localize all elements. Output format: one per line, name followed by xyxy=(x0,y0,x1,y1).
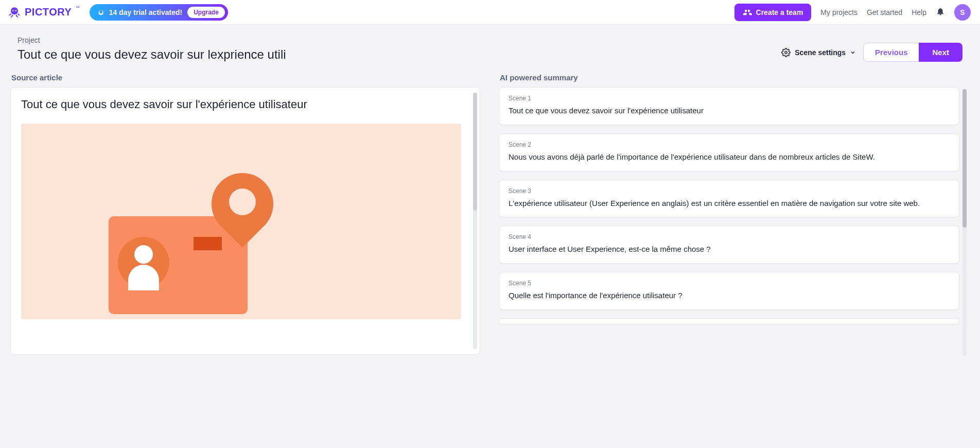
card-slot-shape xyxy=(194,237,222,250)
user-avatar[interactable]: S xyxy=(954,4,971,21)
scene-card-peek[interactable] xyxy=(499,318,959,324)
nav-button-group: Previous Next xyxy=(863,43,962,62)
chevron-down-icon xyxy=(850,49,856,56)
top-bar: PICTORY™ 14 day trial activated! Upgrade… xyxy=(0,0,980,25)
nav-help[interactable]: Help xyxy=(912,8,926,16)
team-icon xyxy=(743,8,752,17)
source-scrollbar[interactable] xyxy=(473,93,477,349)
scene-card[interactable]: Scene 4 User interface et User Experienc… xyxy=(499,226,959,264)
scene-text: Tout ce que vous devez savoir sur l'expé… xyxy=(509,105,950,116)
summary-scroll-area[interactable]: Scene 1 Tout ce que vous devez savoir su… xyxy=(499,87,969,359)
brand-name: PICTORY xyxy=(25,6,72,18)
scene-label: Scene 2 xyxy=(509,141,950,148)
brand-logo[interactable]: PICTORY™ xyxy=(7,5,80,20)
scene-card[interactable]: Scene 2 Nous vous avons déjà parlé de l'… xyxy=(499,133,959,171)
source-scrollbar-thumb[interactable] xyxy=(473,93,477,211)
source-heading: Source article xyxy=(11,73,480,82)
scene-label: Scene 1 xyxy=(509,95,950,102)
octopus-icon xyxy=(7,5,22,20)
article-title: Tout ce que vous devez savoir sur l'expé… xyxy=(21,98,469,111)
next-button[interactable]: Next xyxy=(919,43,962,62)
nav-my-projects[interactable]: My projects xyxy=(820,8,857,16)
svg-point-4 xyxy=(15,10,16,10)
gear-icon xyxy=(781,48,791,57)
scene-text: L'expérience utilisateur (User Experienc… xyxy=(509,198,950,209)
summary-scrollbar[interactable] xyxy=(962,89,967,356)
trial-banner: 14 day trial activated! Upgrade xyxy=(90,4,228,21)
nav-get-started[interactable]: Get started xyxy=(867,8,902,16)
scene-card[interactable]: Scene 1 Tout ce que vous devez savoir su… xyxy=(499,87,959,125)
article-illustration xyxy=(21,124,461,319)
scene-label: Scene 4 xyxy=(509,233,950,240)
trademark: ™ xyxy=(76,6,80,10)
main-columns: Source article Tout ce que vous devez sa… xyxy=(0,65,980,359)
project-header: Project Tout ce que vous devez savoir su… xyxy=(0,25,980,65)
person-avatar-shape xyxy=(118,237,169,288)
scene-card[interactable]: Scene 3 L'expérience utilisateur (User E… xyxy=(499,180,959,218)
scene-card[interactable]: Scene 5 Quelle est l'importance de l'exp… xyxy=(499,272,959,310)
previous-button[interactable]: Previous xyxy=(863,43,919,62)
svg-point-5 xyxy=(785,51,787,54)
scene-text: Nous vous avons déjà parlé de l'importan… xyxy=(509,151,950,163)
summary-scrollbar-thumb[interactable] xyxy=(962,89,967,228)
fire-icon xyxy=(97,9,104,16)
create-team-label: Create a team xyxy=(756,8,803,16)
svg-point-3 xyxy=(13,10,13,10)
scene-settings-label: Scene settings xyxy=(795,48,846,57)
summary-panel: Scene 1 Tout ce que vous devez savoir su… xyxy=(499,87,969,359)
upgrade-button[interactable]: Upgrade xyxy=(187,7,225,18)
create-team-button[interactable]: Create a team xyxy=(734,4,812,21)
scene-text: Quelle est l'importance de l'expérience … xyxy=(509,290,950,301)
scene-label: Scene 5 xyxy=(509,280,950,287)
project-label: Project xyxy=(18,36,286,44)
scene-text: User interface et User Experience, est-c… xyxy=(509,244,950,255)
project-title: Tout ce que vous devez savoir sur lexpri… xyxy=(18,47,286,62)
location-pin-shape xyxy=(212,173,273,235)
scene-settings-button[interactable]: Scene settings xyxy=(781,48,856,57)
summary-column: AI powered summary Scene 1 Tout ce que v… xyxy=(499,69,969,359)
summary-heading: AI powered summary xyxy=(500,73,969,82)
source-column: Source article Tout ce que vous devez sa… xyxy=(10,69,480,355)
svg-point-0 xyxy=(11,7,18,14)
trial-text: 14 day trial activated! xyxy=(109,8,182,16)
source-article-card: Tout ce que vous devez savoir sur l'expé… xyxy=(10,87,480,355)
notifications-icon[interactable] xyxy=(936,7,945,18)
scene-label: Scene 3 xyxy=(509,187,950,195)
